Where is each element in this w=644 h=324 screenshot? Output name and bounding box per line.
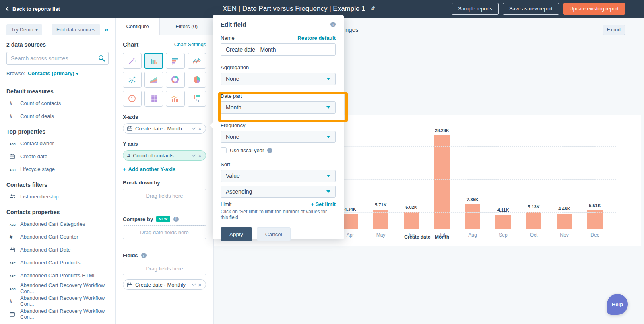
chart-type-table-grid[interactable]	[144, 91, 163, 107]
chart-type-line-chart[interactable]	[188, 53, 206, 69]
chart-type-column-chart-selected[interactable]	[144, 53, 163, 69]
chart-type-area-chart[interactable]	[144, 72, 163, 88]
pivot-table-icon	[192, 94, 201, 103]
hash-icon	[10, 234, 20, 240]
browse-source-dropdown[interactable]: Contacts (primary)	[28, 70, 78, 76]
bar-may[interactable]	[373, 210, 388, 229]
bar-slot-oct: 5.13KOct	[518, 115, 549, 229]
partial-heading-text: nges	[345, 26, 359, 33]
back-chevron-icon	[6, 6, 10, 11]
property-label: Count of contacts	[20, 100, 61, 106]
chart-settings-link[interactable]: Chart Settings	[174, 42, 206, 47]
property-item[interactable]: Lifecycle stage	[0, 163, 115, 175]
save-as-new-report-button[interactable]: Save as new report	[503, 3, 559, 15]
remove-field-icon[interactable]	[198, 153, 202, 159]
chart-type-scatter-chart[interactable]	[123, 72, 142, 88]
x-axis-field-chip[interactable]: Create date - Month	[123, 123, 206, 134]
property-item[interactable]: Create date	[0, 150, 115, 163]
hash-icon	[10, 100, 20, 106]
fields-drop-zone[interactable]: Drag fields here	[123, 262, 206, 275]
topbar-actions: Sample reports Save as new report Update…	[452, 3, 625, 15]
chart-type-kpi-number[interactable]: 1	[123, 91, 142, 107]
data-sources-count: 2 data sources	[6, 41, 109, 48]
set-limit-label: Set limit	[315, 201, 336, 207]
update-existing-report-button[interactable]: Update existing report	[563, 3, 625, 15]
property-item[interactable]: Abandoned Cart Date	[0, 243, 115, 256]
abc-icon	[10, 166, 20, 172]
cancel-button[interactable]: Cancel	[257, 227, 291, 241]
bar-oct[interactable]	[526, 212, 541, 229]
add-y-axis-label: Add another Y-axis	[128, 166, 176, 172]
apply-button[interactable]: Apply	[221, 227, 252, 241]
tab-configure[interactable]: Configure	[116, 18, 159, 35]
property-item[interactable]: Abandoned Cart Products	[0, 256, 115, 269]
try-demo-button[interactable]: Try Demo	[6, 24, 42, 35]
y-axis-field-value: Count of contacts	[133, 153, 190, 159]
calendar-icon	[127, 126, 132, 131]
bar-aug[interactable]	[465, 204, 480, 229]
use-fiscal-year-checkbox[interactable]	[221, 147, 227, 153]
restore-default-link[interactable]: Restore default	[297, 35, 336, 41]
chart-type-donut-chart[interactable]	[166, 72, 185, 88]
chevron-down-icon[interactable]	[192, 126, 196, 130]
property-item[interactable]: Abandoned Cart Products HTML	[0, 269, 115, 282]
property-item[interactable]: Abandoned Cart Recovery Workflow Con...	[0, 282, 115, 295]
magic-wand-icon	[128, 56, 136, 65]
property-label: Abandoned Cart Recovery Workflow Con...	[20, 282, 109, 294]
try-demo-label: Try Demo	[11, 27, 33, 33]
dropdown-caret-icon	[326, 190, 330, 193]
property-item[interactable]: Abandoned Cart Recovery Workflow Con...	[0, 307, 115, 320]
chevron-down-icon[interactable]	[192, 282, 196, 286]
sample-reports-button[interactable]: Sample reports	[452, 3, 499, 15]
back-to-reports-link[interactable]: Back to reports list	[6, 0, 60, 18]
chevron-down-icon[interactable]	[192, 153, 196, 157]
property-item[interactable]: Abandoned Cart Categories	[0, 217, 115, 230]
bar-jun[interactable]	[404, 212, 419, 229]
bar-apr[interactable]	[343, 214, 358, 229]
edit-title-icon[interactable]	[370, 5, 376, 12]
area-chart-icon	[149, 75, 158, 84]
field-name-input[interactable]	[221, 43, 336, 56]
configure-panel: Configure Filters (0) Chart Chart Settin…	[116, 18, 214, 324]
search-input[interactable]	[6, 52, 109, 65]
remove-field-icon[interactable]	[198, 126, 202, 132]
pie-chart-icon	[192, 75, 201, 84]
y-axis-field-chip[interactable]: Count of contacts	[123, 150, 206, 161]
search-icon[interactable]	[98, 55, 105, 62]
help-button[interactable]: Help	[607, 294, 628, 315]
tab-filters[interactable]: Filters (0)	[159, 18, 213, 35]
edit-data-sources-button[interactable]: Edit data sources	[52, 24, 100, 35]
collapse-sidebar-icon[interactable]	[105, 26, 109, 34]
property-item[interactable]: List membership	[0, 190, 115, 203]
chart-type-bar-chart[interactable]	[166, 53, 185, 69]
bar-nov[interactable]	[557, 214, 572, 229]
property-item[interactable]: Contact owner	[0, 137, 115, 150]
property-item[interactable]: Abandoned Cart Counter	[0, 230, 115, 243]
bar-sep[interactable]	[495, 215, 511, 229]
sort-select[interactable]: Value	[221, 170, 336, 182]
property-item[interactable]: Abandoned Cart Recovery Workflow Con...	[0, 295, 115, 307]
remove-field-icon[interactable]	[198, 282, 202, 288]
aggregation-select[interactable]: None	[221, 73, 336, 85]
set-limit-link[interactable]: Set limit	[311, 201, 336, 207]
calendar-icon	[10, 312, 20, 317]
chart-type-pivot-table[interactable]	[188, 91, 206, 107]
chart-type-combo-chart[interactable]	[166, 91, 185, 107]
browse-label: Browse:	[6, 70, 25, 76]
property-item[interactable]: Count of deals	[0, 109, 115, 122]
chart-type-pie-chart[interactable]	[188, 72, 206, 88]
chart-type-magic-wand[interactable]	[123, 53, 142, 69]
property-label: Abandoned Cart Date	[20, 247, 71, 253]
frequency-select[interactable]: None	[221, 131, 336, 143]
bar-jul[interactable]	[434, 135, 450, 229]
bar-dec[interactable]	[587, 210, 603, 229]
compare-by-drop-zone[interactable]: Drag date fields here	[123, 225, 206, 239]
x-axis-field-value: Create date - Month	[135, 126, 190, 132]
property-item[interactable]: Count of contacts	[0, 97, 115, 109]
break-down-drop-zone[interactable]: Drag fields here	[123, 189, 206, 202]
export-button[interactable]: Export	[603, 25, 625, 35]
fields-field-chip[interactable]: Create date - Monthly	[123, 279, 206, 290]
date-part-select[interactable]: Month	[221, 101, 336, 114]
sort-direction-select[interactable]: Ascending	[221, 186, 336, 198]
add-y-axis-link[interactable]: Add another Y-axis	[123, 166, 206, 172]
